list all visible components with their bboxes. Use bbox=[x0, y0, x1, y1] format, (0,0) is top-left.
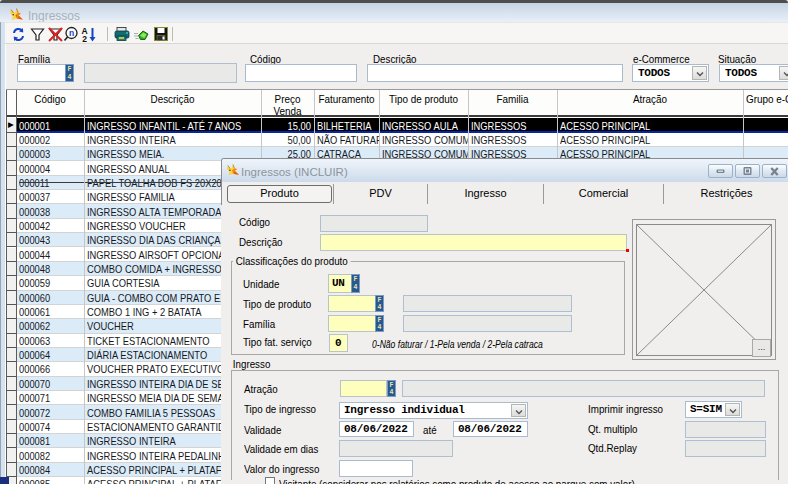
svg-text:n: n bbox=[69, 28, 74, 38]
svg-text:2: 2 bbox=[82, 34, 87, 43]
